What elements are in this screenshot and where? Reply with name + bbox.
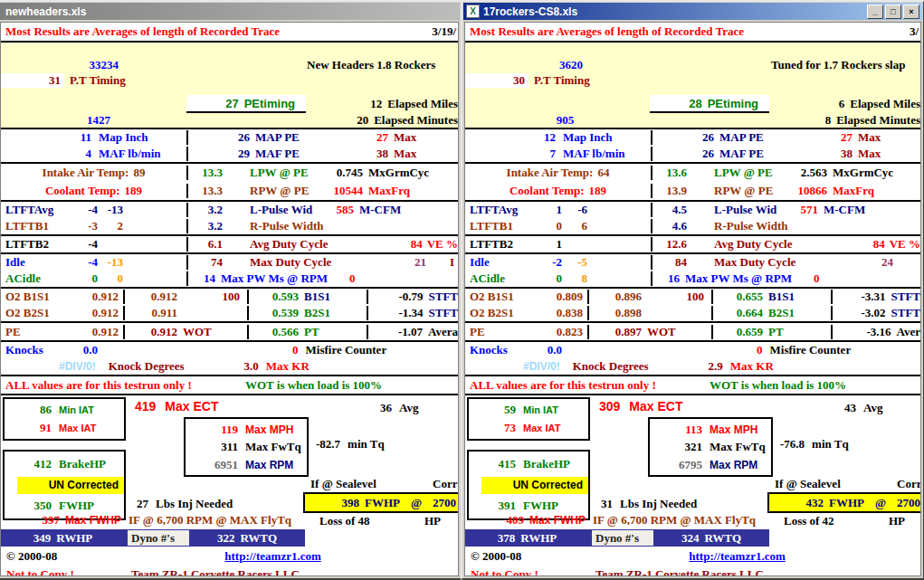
max-iat-row: 91 Max IAT: [5, 421, 124, 435]
dyno-bar: 349 RWHP Dyno #'s 322 RWTQ: [1, 529, 305, 547]
ltftb2-row: LTFTB2 -4 6.1 Avg Duty Cycle 84 VE %: [1, 236, 458, 254]
sl-rpm: 2700: [433, 496, 456, 510]
run-row: 3620 Tuned for 1.7 Rockers slap: [465, 57, 920, 72]
o2-b2s1-row: O2 B2S1 0.838 0.898 0.664 B2S1 -3.02 STF…: [465, 305, 920, 323]
ltftavg-label: LTFTAvg: [465, 203, 526, 217]
acidle-v1: 0: [526, 271, 562, 286]
elapsed-miles-label: Elapsed Miles: [850, 97, 920, 111]
titlebar[interactable]: X 17rockers-CS8.xls _ □ ×: [463, 3, 922, 20]
avg-value: 43: [831, 401, 856, 415]
pe-timing-value[interactable]: 27: [186, 97, 239, 110]
o2b2-pe-label: B2S1: [768, 306, 795, 320]
acidle-v2: 8: [562, 271, 587, 286]
spreadsheet[interactable]: Most Results are Averages of length of R…: [0, 22, 459, 576]
not-to-copy-text: Not to Copy !: [465, 567, 588, 576]
ltftavg-v1: -4: [62, 203, 98, 217]
map-max-value: 27: [787, 130, 853, 145]
teamzr1-link[interactable]: http://teamzr1.com: [689, 549, 786, 564]
mph-box: 113 Max MPH 321 Max FwTq 6795 Max RPM: [648, 417, 773, 477]
teamzr1-link[interactable]: http://teamzr1.com: [224, 549, 321, 564]
elapsed-minutes-value: 8: [574, 113, 831, 128]
knocks-value: 0.0: [57, 343, 98, 357]
window-newheaders[interactable]: X newheaders.xls _ □ × Most Results are …: [0, 0, 462, 580]
wot-value: 0.897: [589, 325, 642, 339]
avg-label: Avg: [863, 401, 882, 415]
trace-count: 905: [465, 113, 574, 128]
pe-row-label: PE: [1, 325, 21, 339]
ltftb1-label: LTFTB1: [465, 219, 526, 233]
inj-value: 27: [137, 497, 148, 511]
maf-pe-value: 26: [653, 147, 714, 161]
acidle-v1: 0: [62, 271, 98, 286]
o2b1-stft-value: -0.79: [368, 290, 423, 304]
minimize-button[interactable]: _: [867, 5, 883, 19]
ltftb2-label: LTFTB2: [465, 237, 526, 252]
maf-max-label: Max: [858, 147, 881, 161]
mxgrmcyc-value: 0.745: [309, 166, 363, 180]
max-rpm-value: 6951: [186, 458, 238, 472]
not-to-copy-text: Not to Copy !: [1, 567, 124, 576]
max-rpm-row: 6951 Max RPM: [186, 458, 307, 472]
map-max-label: Max: [858, 130, 881, 145]
intake-air-temp-row: Intake Air Temp: 89 13.3 LPW @ PE 0.745 …: [1, 164, 458, 182]
hp-label: HP: [424, 514, 441, 528]
o2b1-stft-value: -3.31: [833, 290, 885, 304]
brakehp-value: 415: [469, 457, 516, 471]
trace-row: 1427 20 Elapsed Minutes: [1, 112, 458, 128]
acidle-v2: 0: [98, 271, 123, 286]
stft-avg-label: Aver: [897, 325, 920, 339]
wot-value: 0.912: [125, 325, 177, 339]
mxgrmcyc-label: MxGrmCyc: [368, 166, 429, 180]
excel-doc-icon: X: [466, 5, 480, 18]
o2b1-v2: 0.912: [125, 290, 177, 304]
mcfm-label: M-CFM: [359, 203, 401, 217]
close-button[interactable]: ×: [903, 5, 919, 19]
pe-timing-value[interactable]: 28: [650, 97, 702, 110]
idle-v1: -4: [62, 255, 98, 270]
trace-count: 1427: [1, 113, 110, 128]
window-17rockers-cs8[interactable]: X 17rockers-CS8.xls _ □ × Most Results a…: [461, 0, 924, 580]
iat-value: 64: [597, 166, 609, 180]
div0-error: #DIV/0!: [59, 360, 96, 373]
banner-left: ALL values are for this testrun only !: [1, 378, 245, 393]
o2-b1s1-row: O2 B1S1 0.912 0.912 100 0.593 B1S1 -0.79…: [1, 289, 458, 305]
iat-value: 89: [133, 166, 145, 180]
window-controls: _ □ ×: [867, 5, 919, 19]
lpulse-label: L-Pulse Wid: [250, 203, 313, 217]
maf-max-value: 38: [787, 147, 853, 161]
titlebar[interactable]: X newheaders.xls _ □ ×: [0, 3, 460, 20]
o2b2-label: O2 B2S1: [465, 306, 514, 320]
max-iat-label: Max IAT: [59, 423, 96, 433]
sl-fwhp-value: 432: [769, 496, 824, 510]
pt-timing-value[interactable]: 31: [1, 73, 64, 88]
maf-value: 7: [465, 147, 556, 161]
elapsed-minutes-value: 20: [110, 113, 368, 128]
knocks-label: Knocks: [465, 343, 521, 357]
copyright-text: © 2000-08: [465, 549, 521, 564]
elapsed-miles-value: 12: [306, 97, 382, 111]
o2b2-pe-value: 0.664: [713, 306, 763, 320]
pt-timing-value[interactable]: 30: [465, 73, 529, 88]
idle-cut-text: I: [450, 255, 454, 270]
o2b1-v2: 0.896: [589, 290, 642, 304]
coolant-temp-row: Coolant Temp: 189 13.9 RPW @ PE 10866 Ma…: [465, 182, 920, 202]
rpw-label: RPW @ PE: [250, 184, 309, 198]
ve-label: VE %: [427, 237, 458, 252]
max-rpm-label: Max RPM: [710, 459, 757, 471]
intake-air-temp-row: Intake Air Temp: 64 13.6 LPW @ PE 2.563 …: [465, 164, 920, 182]
sl-at: @: [875, 496, 886, 510]
rpw-label: RPW @ PE: [714, 184, 773, 198]
mxgrmcyc-value: 2.563: [773, 166, 827, 180]
maximize-button[interactable]: □: [885, 5, 901, 19]
rpulse-value: 3.2: [188, 219, 223, 233]
max-pw-label: Max PW Ms @ RPM: [221, 271, 328, 286]
minimize-icon: _: [872, 7, 877, 16]
ve-value: 84: [411, 237, 423, 252]
spreadsheet[interactable]: Most Results are Averages of length of R…: [464, 22, 921, 576]
ltftavg-row: LTFTAvg 1 -6 4.5 L-Pulse Wid 571 M-CFM: [465, 202, 920, 218]
stft-avg-label: Avera: [428, 325, 458, 339]
rpw-value: 13.9: [653, 184, 687, 198]
min-iat-label: Min IAT: [523, 404, 558, 415]
iat-box: 59 Min IAT 73 Max IAT: [467, 397, 590, 441]
map-pe-value: 26: [188, 130, 250, 145]
